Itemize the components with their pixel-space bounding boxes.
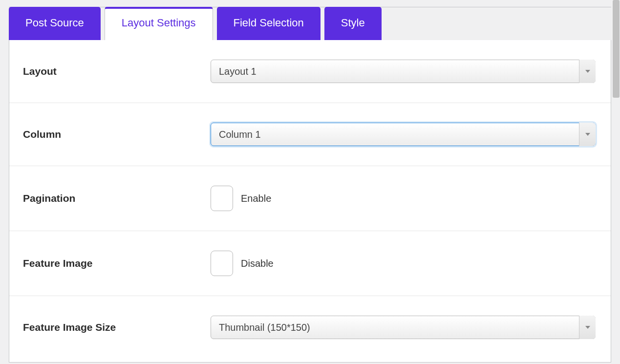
tab-style[interactable]: Style [324,7,382,40]
checkbox-feature-image-label: Disable [241,258,274,269]
select-feature-image-size[interactable]: Thumbnail (150*150) [211,316,596,339]
label-feature-image-size: Feature Image Size [23,321,211,333]
checkbox-pagination-label: Enable [241,193,271,204]
scrollbar-track [612,0,620,364]
tab-label: Field Selection [234,17,304,29]
chevron-down-icon [579,60,596,83]
scrollbar-thumb[interactable] [613,0,620,98]
tab-label: Post Source [25,17,84,29]
tab-label: Layout Settings [122,17,196,29]
tab-layout-settings[interactable]: Layout Settings [105,7,213,40]
settings-panel: Layout Layout 1 Column Column 1 [9,40,611,363]
field-feature-image-row: Feature Image Disable [9,231,611,296]
label-pagination: Pagination [23,193,211,204]
field-column-row: Column Column 1 [9,103,611,166]
field-pagination-row: Pagination Enable [9,166,611,231]
chevron-down-icon [579,123,596,146]
select-feature-image-size-value: Thumbnail (150*150) [219,322,310,333]
chevron-down-icon [579,316,596,339]
tab-label: Style [341,17,365,29]
select-layout-value: Layout 1 [219,66,257,77]
select-column[interactable]: Column 1 [211,123,596,146]
label-column: Column [23,128,211,140]
label-feature-image: Feature Image [23,257,211,269]
tab-post-source[interactable]: Post Source [9,7,101,40]
checkbox-feature-image[interactable] [211,251,233,276]
tabs-bar: Post Source Layout Settings Field Select… [9,7,611,40]
checkbox-pagination[interactable] [211,186,233,211]
tab-field-selection[interactable]: Field Selection [217,7,321,40]
field-feature-image-size-row: Feature Image Size Thumbnail (150*150) [9,296,611,359]
label-layout: Layout [23,65,211,77]
field-layout-row: Layout Layout 1 [9,40,611,103]
select-column-value: Column 1 [219,129,261,140]
select-layout[interactable]: Layout 1 [211,60,596,83]
